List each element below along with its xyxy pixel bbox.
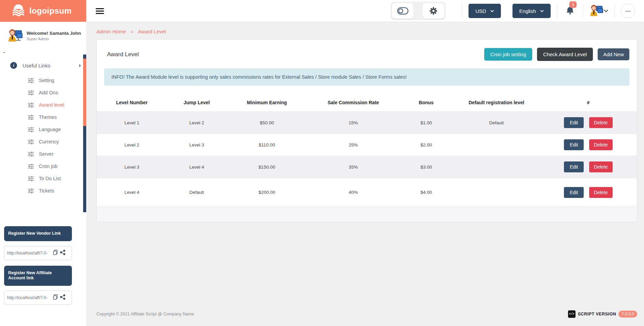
register-affiliate-button[interactable]: Register New Affiliate Account link bbox=[4, 266, 72, 286]
breadcrumb-admin-home[interactable]: Admin Home bbox=[96, 29, 126, 34]
cell-default-level: Default bbox=[453, 112, 540, 134]
sliders-icon bbox=[28, 90, 34, 95]
cron-job-setting-button[interactable]: Cron job setting bbox=[484, 48, 532, 61]
vendor-link-box bbox=[4, 246, 72, 260]
table-row: Level 1 Level 2 $50.00 15% $1.00 Default… bbox=[97, 112, 637, 134]
sidebar-logo[interactable]: logoipsum bbox=[0, 0, 86, 22]
table-row: Level 2 Level 3 $110.00 25% $2.00 Edit D… bbox=[97, 134, 637, 156]
header-buttons: Cron job setting Check Award Level Add N… bbox=[484, 48, 629, 61]
copy-icon[interactable] bbox=[53, 250, 58, 257]
page-footer: Copyright © 2021 Affiliate Script @ Comp… bbox=[96, 310, 637, 318]
sidebar-item-label: Cron job bbox=[39, 164, 58, 169]
delete-button[interactable]: Delete bbox=[589, 139, 612, 150]
sliders-icon bbox=[28, 164, 34, 169]
sliders-icon bbox=[28, 152, 34, 157]
table-row: Level 4 Default $200.00 40% $4.00 Edit D… bbox=[97, 178, 637, 207]
sidebar-item-setting[interactable]: Setting bbox=[0, 74, 86, 87]
check-award-level-button[interactable]: Check Award Level bbox=[537, 48, 593, 61]
sidebar-item-label: To Do List bbox=[39, 176, 61, 181]
affiliate-link-input[interactable] bbox=[7, 295, 51, 300]
collapse-dash: - bbox=[0, 46, 86, 53]
share-icon[interactable] bbox=[60, 250, 65, 257]
topbar: USD English 3 ... bbox=[86, 0, 644, 22]
currency-dropdown[interactable]: USD bbox=[469, 4, 501, 18]
sidebar: logoipsum Welcome! Samanta John Super Ad… bbox=[0, 0, 86, 326]
language-dropdown[interactable]: English bbox=[512, 4, 551, 18]
cell-min-earning: $200.00 bbox=[226, 178, 307, 207]
breadcrumb-current[interactable]: Award Level bbox=[138, 29, 166, 34]
chevron-down-icon bbox=[604, 10, 608, 12]
sidebar-item-label: Language bbox=[39, 127, 61, 132]
cell-min-earning: $110.00 bbox=[226, 134, 307, 156]
edit-button[interactable]: Edit bbox=[564, 117, 584, 128]
sidebar-section-useful-links[interactable]: i Useful Links › bbox=[0, 53, 86, 72]
add-new-button[interactable]: Add New bbox=[598, 48, 629, 60]
cell-actions: Edit Delete bbox=[540, 156, 637, 178]
sidebar-item-tickets[interactable]: Tickets bbox=[0, 185, 86, 197]
script-version: </> SCRIPT VERSION 7.0.0.0 bbox=[568, 310, 637, 318]
chevron-right-icon: › bbox=[79, 62, 81, 69]
notifications-button[interactable]: 3 bbox=[565, 5, 575, 16]
cell-jump: Default bbox=[167, 178, 226, 207]
register-vendor-button[interactable]: Register New Vendor Link bbox=[4, 226, 72, 241]
gear-icon bbox=[430, 7, 437, 15]
cell-default-level bbox=[453, 134, 540, 156]
cell-bonus: $2.00 bbox=[399, 134, 454, 156]
more-options-button[interactable]: ... bbox=[621, 4, 635, 18]
share-icon[interactable] bbox=[60, 294, 65, 301]
cell-bonus: $3.00 bbox=[399, 156, 454, 178]
user-role: Super Admin bbox=[27, 37, 81, 41]
delete-button[interactable]: Delete bbox=[589, 161, 612, 172]
theme-toggle-button[interactable] bbox=[392, 3, 414, 19]
profile-avatar bbox=[589, 4, 603, 18]
copy-icon[interactable] bbox=[53, 294, 58, 301]
breadcrumb: Admin Home > Award Level bbox=[86, 22, 644, 39]
main-content: Admin Home > Award Level Award Level Cro… bbox=[86, 22, 644, 326]
sliders-icon bbox=[28, 139, 34, 144]
sidebar-scrollbar[interactable] bbox=[83, 55, 86, 212]
sidebar-item-label: Server bbox=[39, 151, 53, 157]
edit-button[interactable]: Edit bbox=[564, 161, 584, 172]
sidebar-item-add-ons[interactable]: Add Ons bbox=[0, 87, 86, 99]
table-row: Level 3 Level 4 $150.00 35% $3.00 Edit D… bbox=[97, 156, 637, 178]
sidebar-item-language[interactable]: Language bbox=[0, 123, 86, 136]
hamburger-menu-icon[interactable] bbox=[96, 7, 104, 15]
version-badge: 7.0.0.0 bbox=[618, 311, 637, 317]
sidebar-item-label: Tickets bbox=[39, 188, 54, 193]
cell-jump: Level 2 bbox=[167, 112, 226, 134]
delete-button[interactable]: Delete bbox=[589, 117, 612, 128]
chevron-down-icon bbox=[490, 10, 494, 12]
logo-wave-icon bbox=[11, 4, 26, 18]
profile-menu-button[interactable] bbox=[589, 4, 608, 18]
topbar-divider bbox=[557, 4, 557, 18]
sliders-icon bbox=[28, 176, 34, 181]
cell-commission: 40% bbox=[307, 178, 399, 207]
delete-button[interactable]: Delete bbox=[589, 187, 612, 198]
sidebar-item-award-level[interactable]: Award level bbox=[0, 99, 86, 111]
currency-value: USD bbox=[475, 8, 486, 14]
cell-level: Level 1 bbox=[97, 112, 167, 134]
sidebar-item-currency[interactable]: Currency bbox=[0, 136, 86, 148]
cell-commission: 35% bbox=[307, 156, 399, 178]
cell-actions: Edit Delete bbox=[540, 134, 637, 156]
logo-text: logoipsum bbox=[29, 6, 72, 16]
edit-button[interactable]: Edit bbox=[564, 187, 584, 198]
cell-level: Level 3 bbox=[97, 156, 167, 178]
cell-default-level bbox=[453, 156, 540, 178]
cell-jump: Level 4 bbox=[167, 156, 226, 178]
sidebar-item-themes[interactable]: Themes bbox=[0, 111, 86, 123]
settings-gear-button[interactable] bbox=[423, 3, 444, 19]
vendor-link-input[interactable] bbox=[7, 251, 51, 255]
copyright-text: Copyright © 2021 Affiliate Script @ Comp… bbox=[96, 312, 568, 316]
edit-button[interactable]: Edit bbox=[564, 139, 584, 150]
sliders-icon bbox=[28, 78, 34, 83]
sidebar-scrollbar-thumb[interactable] bbox=[83, 59, 86, 126]
code-file-icon: </> bbox=[568, 310, 576, 318]
col-bonus: Bonus bbox=[399, 94, 454, 112]
page-title: Award Level bbox=[107, 51, 484, 58]
sidebar-item-to-do-list[interactable]: To Do List bbox=[0, 172, 86, 185]
info-alert: INFO! The Award Module level is supporti… bbox=[104, 68, 629, 86]
sidebar-item-cron-job[interactable]: Cron job bbox=[0, 160, 86, 172]
cell-level: Level 4 bbox=[97, 178, 167, 207]
sidebar-item-server[interactable]: Server bbox=[0, 148, 86, 160]
